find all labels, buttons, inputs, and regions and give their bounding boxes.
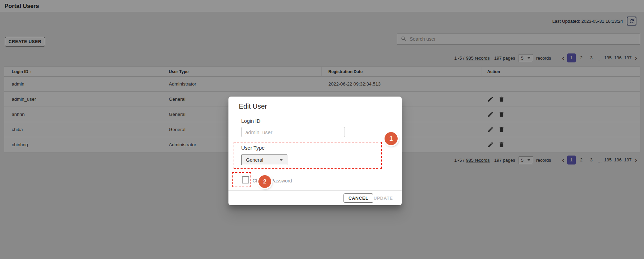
edit-user-dialog: Edit User Login ID User Type General Cha… bbox=[228, 97, 402, 205]
login-id-label: Login ID bbox=[241, 118, 260, 124]
user-type-select[interactable]: General bbox=[241, 155, 287, 165]
annotation-badge-1: 1 bbox=[385, 132, 398, 145]
change-password-checkbox[interactable] bbox=[242, 176, 249, 183]
annotation-badge-2: 2 bbox=[258, 175, 271, 188]
cancel-button[interactable]: CANCEL bbox=[344, 193, 373, 203]
user-type-label: User Type bbox=[241, 145, 265, 151]
caret-down-icon bbox=[279, 159, 283, 161]
dialog-title: Edit User bbox=[239, 102, 267, 110]
page: Portal Users Last Updated: 2023-05-31 16… bbox=[0, 0, 644, 259]
login-id-field[interactable] bbox=[241, 127, 345, 137]
dialog-footer-divider bbox=[228, 190, 402, 191]
update-button[interactable]: UPDATE bbox=[371, 193, 396, 203]
user-type-value: General bbox=[246, 157, 263, 163]
